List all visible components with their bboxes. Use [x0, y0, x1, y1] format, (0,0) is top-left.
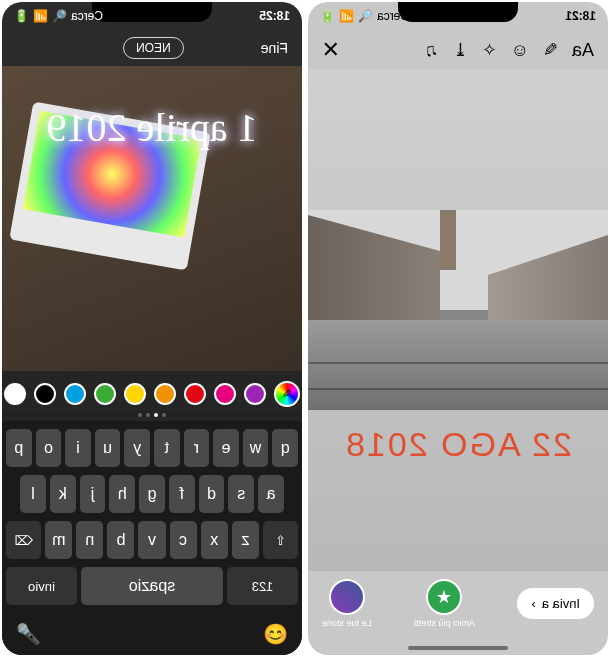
key[interactable]: q — [272, 429, 298, 467]
return-key[interactable]: invio — [6, 567, 77, 605]
key[interactable]: v — [138, 521, 165, 559]
key[interactable]: l — [20, 475, 46, 513]
color-swatch[interactable] — [244, 383, 266, 405]
keyboard: q w e r t y u i o p a s d f g h j k l ⇧ … — [2, 421, 302, 655]
shift-key[interactable]: ⇧ — [263, 521, 298, 559]
key[interactable]: u — [95, 429, 121, 467]
key[interactable]: o — [36, 429, 62, 467]
keyboard-row-4: 123 spazio invio — [6, 567, 298, 605]
close-button[interactable]: ✕ — [322, 37, 340, 63]
mic-key[interactable]: 🎤 — [16, 622, 41, 646]
effects-tool-icon[interactable]: ✧ — [482, 39, 497, 61]
font-style-button[interactable]: NEON — [123, 37, 184, 59]
send-to-label: Invia a — [542, 596, 580, 611]
keyboard-row-3: ⇧ z x c v b n m ⌫ — [6, 521, 298, 559]
signal-icon: 📶 — [33, 9, 48, 23]
color-swatch[interactable] — [94, 383, 116, 405]
battery-icon: 🔋 — [14, 9, 29, 23]
status-search-label: Cerca — [377, 9, 409, 23]
eyedropper-button[interactable]: ✎ — [274, 381, 300, 407]
color-swatch[interactable] — [34, 383, 56, 405]
keyboard-row-2: a s d f g h j k l — [6, 475, 298, 513]
send-to-button[interactable]: Invia a › — [517, 588, 594, 619]
keyboard-bottom-row: 😊 🎤 — [6, 613, 298, 649]
text-tool-icon[interactable]: Aa — [572, 40, 594, 61]
pager-dots — [2, 413, 302, 421]
key[interactable]: s — [228, 475, 254, 513]
key[interactable]: y — [124, 429, 150, 467]
close-friends-button[interactable]: ★ Amici più stretti — [414, 579, 475, 628]
date-stamp-label: 22 AGO 2018 — [308, 425, 608, 464]
color-swatch[interactable] — [154, 383, 176, 405]
signal-icon: 📶 — [339, 9, 354, 23]
chevron-right-icon: › — [531, 596, 535, 611]
key[interactable]: f — [169, 475, 195, 513]
key[interactable]: m — [45, 521, 72, 559]
numbers-key[interactable]: 123 — [227, 567, 298, 605]
key[interactable]: i — [65, 429, 91, 467]
your-story-button[interactable]: Le tue storie — [322, 579, 372, 628]
key[interactable]: k — [50, 475, 76, 513]
key[interactable]: d — [199, 475, 225, 513]
avatar-icon — [329, 579, 365, 615]
story-share-bar: Invia a › ★ Amici più stretti Le tue sto… — [308, 571, 608, 655]
key[interactable]: c — [170, 521, 197, 559]
text-edit-top-bar: Fine NEON — [2, 30, 302, 66]
search-icon: 🔍 — [52, 9, 67, 23]
status-search-label: Cerca — [71, 9, 103, 23]
emoji-key[interactable]: 😊 — [263, 622, 288, 646]
color-swatch[interactable] — [64, 383, 86, 405]
status-time: 18:21 — [565, 9, 596, 23]
phone-screenshot-left: 18:25 Cerca 🔍 📶 🔋 Fine NEON 1 aprile 201… — [2, 2, 302, 655]
color-swatch[interactable] — [4, 383, 26, 405]
star-icon: ★ — [426, 579, 462, 615]
keyboard-row-1: q w e r t y u i o p — [6, 429, 298, 467]
key[interactable]: t — [154, 429, 180, 467]
photo-content — [308, 210, 608, 410]
save-tool-icon[interactable]: ⤓ — [453, 39, 468, 61]
color-swatch[interactable] — [184, 383, 206, 405]
key[interactable]: r — [184, 429, 210, 467]
done-button[interactable]: Fine — [261, 40, 288, 56]
phone-screenshot-right: 18:21 Cerca 🔍 📶 🔋 Aa ✎ ☺ ✧ ⤓ ♫ ✕ — [308, 2, 608, 655]
key[interactable]: g — [139, 475, 165, 513]
key[interactable]: b — [107, 521, 134, 559]
story-canvas[interactable]: 1 aprile 2019 — [2, 66, 302, 371]
key[interactable]: e — [213, 429, 239, 467]
home-indicator — [408, 646, 508, 650]
status-bar: 18:21 Cerca 🔍 📶 🔋 — [308, 2, 608, 30]
key[interactable]: z — [232, 521, 259, 559]
backspace-key[interactable]: ⌫ — [6, 521, 41, 559]
story-canvas[interactable]: 22 AGO 2018 — [308, 70, 608, 571]
text-overlay[interactable]: 1 aprile 2019 — [2, 104, 302, 151]
key[interactable]: p — [6, 429, 32, 467]
story-edit-toolbar: Aa ✎ ☺ ✧ ⤓ ♫ ✕ — [308, 30, 608, 70]
battery-icon: 🔋 — [320, 9, 335, 23]
search-icon: 🔍 — [358, 9, 373, 23]
status-bar: 18:25 Cerca 🔍 📶 🔋 — [2, 2, 302, 30]
sticker-tool-icon[interactable]: ☺ — [511, 40, 529, 61]
your-story-label: Le tue storie — [322, 618, 372, 628]
key[interactable]: n — [76, 521, 103, 559]
key[interactable]: a — [258, 475, 284, 513]
key[interactable]: j — [80, 475, 106, 513]
status-time: 18:25 — [259, 9, 290, 23]
close-friends-label: Amici più stretti — [414, 618, 475, 628]
space-key[interactable]: spazio — [81, 567, 223, 605]
key[interactable]: w — [243, 429, 269, 467]
color-swatch[interactable] — [214, 383, 236, 405]
key[interactable]: h — [109, 475, 135, 513]
key[interactable]: x — [201, 521, 228, 559]
color-picker-row: ✎ — [2, 371, 302, 417]
draw-tool-icon[interactable]: ✎ — [543, 39, 558, 61]
music-tool-icon[interactable]: ♫ — [425, 40, 439, 61]
color-swatch[interactable] — [124, 383, 146, 405]
